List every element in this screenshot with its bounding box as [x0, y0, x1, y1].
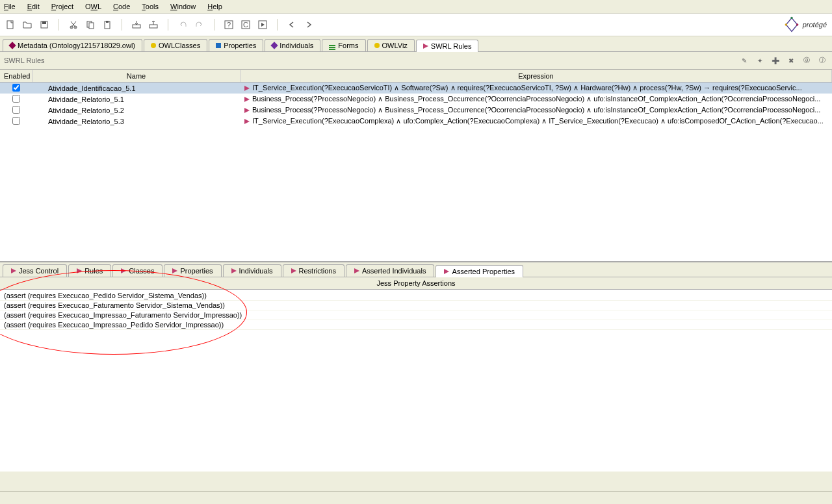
tab-label: SWRL Rules	[431, 42, 472, 50]
toolbar: ? C protégé	[0, 14, 832, 36]
yellow-icon	[151, 43, 156, 48]
menu-file[interactable]: File	[4, 3, 16, 10]
main-tab-3[interactable]: Individuals	[265, 39, 320, 51]
menu-code[interactable]: Code	[113, 3, 130, 10]
main-tab-6[interactable]: SWRL Rules	[416, 40, 479, 52]
main-tab-5[interactable]: OWLViz	[367, 39, 415, 51]
tab-label: OWLClasses	[159, 42, 200, 49]
tab-label: Rules	[84, 267, 103, 275]
rule-arrow-icon	[244, 86, 250, 91]
menubar: File Edit Project OWL Code Tools Window …	[0, 0, 832, 14]
bottom-tab-asserted-individuals[interactable]: Asserted Individuals	[346, 264, 434, 277]
rule-arrow-icon	[244, 108, 250, 113]
svg-rect-9	[133, 25, 140, 28]
arrow-icon	[11, 268, 16, 273]
svg-rect-0	[7, 21, 13, 29]
tab-label: Restrictions	[299, 267, 336, 275]
arrow-icon	[231, 268, 237, 273]
main-tab-4[interactable]: Forms	[322, 39, 365, 51]
menu-tools[interactable]: Tools	[142, 3, 159, 10]
bottom-tab-properties[interactable]: Properties	[164, 264, 221, 277]
tab-label: Asserted Properties	[452, 268, 515, 275]
rule-row[interactable]: Atividade_Relatorio_5.2Business_Process(…	[0, 105, 832, 116]
arrow-icon	[444, 269, 449, 274]
jess-icon[interactable]: Ⓙ	[816, 55, 828, 66]
rule-expression: IT_Service_Execution(?ExecucaoComplexa) …	[252, 117, 824, 125]
main-tab-2[interactable]: Properties	[209, 39, 263, 51]
nav-back-icon[interactable]	[287, 19, 297, 30]
new-rule-icon[interactable]: ✦	[754, 55, 766, 66]
tab-label: Metadata (Ontology1215718029.owl)	[18, 42, 135, 49]
query-icon[interactable]: ?	[224, 19, 234, 30]
archive-out-icon[interactable]	[148, 19, 159, 30]
assertion-row[interactable]: (assert (requires Execucao_Impressao_Ped…	[0, 320, 832, 330]
bottom-tab-classes[interactable]: Classes	[112, 264, 162, 277]
arrow-icon	[423, 44, 428, 49]
assertion-row[interactable]: (assert (requires Execucao_Impressao_Fat…	[0, 310, 832, 320]
bottom-tab-asserted-properties[interactable]: Asserted Properties	[436, 265, 523, 277]
reasoner-icon[interactable]	[257, 19, 268, 30]
rule-enabled-checkbox[interactable]	[12, 95, 20, 103]
rule-row[interactable]: Atividade_Relatorio_5.1Business_Process(…	[0, 94, 832, 105]
archive-in-icon[interactable]	[131, 19, 142, 30]
tab-label: Individuals	[239, 267, 273, 275]
status-bar	[0, 491, 832, 504]
rules-table: Enabled Name Expression Atividade_Identi…	[0, 69, 832, 261]
menu-owl[interactable]: OWL	[85, 3, 101, 10]
edit-rule-icon[interactable]: ✎	[738, 55, 750, 66]
redo-icon[interactable]	[194, 19, 205, 30]
tab-label: Forms	[338, 42, 358, 49]
rule-expression: Business_Process(?ProcessoNegocio) ∧ Bus…	[252, 95, 820, 103]
menu-edit[interactable]: Edit	[27, 3, 40, 10]
arrow-icon	[291, 268, 296, 273]
menu-help[interactable]: Help	[207, 3, 222, 10]
rule-row[interactable]: Atividade_Identificacao_5.1IT_Service_Ex…	[0, 82, 832, 94]
bottom-tab-rules[interactable]: Rules	[68, 264, 111, 277]
assertions-header: Jess Property Assertions	[0, 277, 832, 290]
menu-window[interactable]: Window	[170, 3, 196, 10]
bottom-tab-jess-control[interactable]: Jess Control	[3, 264, 67, 277]
rule-enabled-checkbox[interactable]	[12, 106, 20, 114]
col-name[interactable]: Name	[32, 70, 240, 82]
rule-name: Atividade_Identificacao_5.1	[32, 84, 240, 93]
rule-arrow-icon	[244, 119, 250, 124]
undo-icon[interactable]	[177, 19, 188, 30]
main-tab-1[interactable]: OWLClasses	[144, 39, 207, 51]
rule-enabled-checkbox[interactable]	[12, 117, 20, 125]
cut-icon[interactable]	[68, 19, 79, 30]
add-rule-icon[interactable]: ➕	[770, 55, 781, 66]
new-file-icon[interactable]	[5, 19, 16, 30]
nav-forward-icon[interactable]	[304, 19, 314, 30]
bottom-panel: Jess ControlRulesClassesPropertiesIndivi…	[0, 261, 832, 472]
rule-expression: Business_Process(?ProcessoNegocio) ∧ Bus…	[252, 106, 820, 114]
bottom-tab-individuals[interactable]: Individuals	[223, 264, 281, 277]
purple-icon	[271, 42, 278, 49]
bottom-tab-restrictions[interactable]: Restrictions	[283, 264, 344, 277]
main-tab-0[interactable]: Metadata (Ontology1215718029.owl)	[3, 39, 142, 51]
rule-arrow-icon	[244, 97, 250, 102]
rule-row[interactable]: Atividade_Relatorio_5.3IT_Service_Execut…	[0, 116, 832, 127]
classify-icon[interactable]: C	[240, 19, 251, 30]
svg-point-16	[785, 23, 786, 25]
assertion-row[interactable]: (assert (requires Execucao_Faturamento S…	[0, 301, 832, 310]
logo-text: protégé	[803, 21, 827, 29]
save-icon[interactable]	[39, 19, 49, 30]
delete-rule-icon[interactable]: ✖	[785, 55, 797, 66]
green-icon	[329, 45, 335, 46]
svg-rect-6	[89, 23, 94, 29]
copy-icon[interactable]	[85, 19, 96, 30]
assertions-body: (assert (requires Execucao_Pedido Servid…	[0, 290, 832, 472]
paste-icon[interactable]	[102, 19, 112, 30]
rule-name: Atividade_Relatorio_5.1	[32, 95, 240, 104]
rule-enabled-checkbox[interactable]	[12, 84, 20, 92]
tab-label: OWLViz	[382, 42, 408, 49]
protege-logo: protégé	[783, 16, 827, 33]
menu-project[interactable]: Project	[51, 3, 73, 10]
info-icon[interactable]: ⓐ	[801, 55, 812, 66]
col-enabled[interactable]: Enabled	[0, 70, 32, 82]
col-expression[interactable]: Expression	[240, 70, 832, 82]
assertion-row[interactable]: (assert (requires Execucao_Pedido Servid…	[0, 291, 832, 301]
open-folder-icon[interactable]	[22, 19, 32, 30]
tab-label: Asserted Individuals	[362, 267, 426, 275]
arrow-icon	[77, 268, 82, 273]
